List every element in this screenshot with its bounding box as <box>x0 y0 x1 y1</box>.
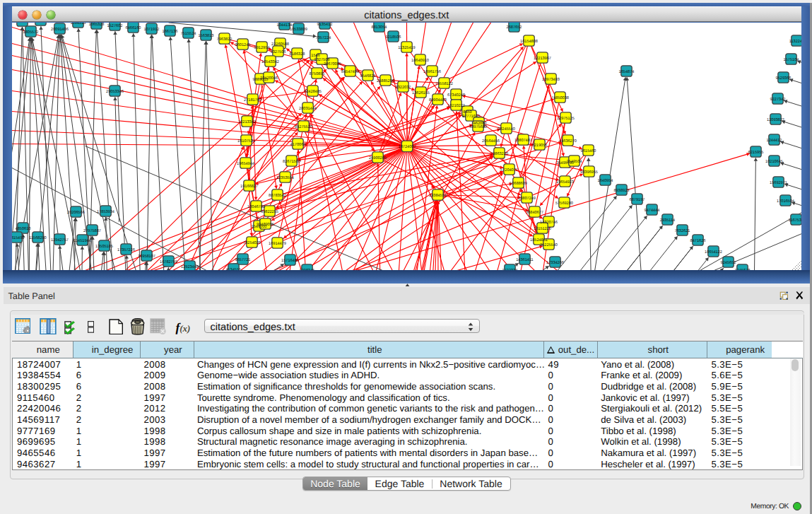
svg-text:1654874: 1654874 <box>618 69 634 74</box>
svg-text:16210222: 16210222 <box>447 103 465 107</box>
svg-text:28031444: 28031444 <box>299 106 317 110</box>
svg-text:29053346: 29053346 <box>106 89 124 93</box>
svg-text:84547499: 84547499 <box>341 69 359 74</box>
svg-text:1840761: 1840761 <box>14 23 30 24</box>
svg-text:74850038: 74850038 <box>551 95 569 100</box>
svg-text:13626155: 13626155 <box>412 90 430 95</box>
svg-text:8813054: 8813054 <box>371 25 387 29</box>
svg-text:29670085: 29670085 <box>324 62 341 66</box>
svg-text:1065328: 1065328 <box>88 23 104 27</box>
svg-text:16107534: 16107534 <box>237 139 255 143</box>
svg-text:10688609: 10688609 <box>510 181 527 185</box>
svg-text:1167538: 1167538 <box>788 218 801 222</box>
svg-text:8938923: 8938923 <box>613 188 629 192</box>
svg-text:17016504: 17016504 <box>777 199 794 203</box>
svg-text:1958414: 1958414 <box>33 23 48 23</box>
svg-text:10654122: 10654122 <box>705 250 722 254</box>
svg-text:20206566: 20206566 <box>67 210 85 214</box>
svg-text:18640910: 18640910 <box>411 58 429 62</box>
svg-text:9327506: 9327506 <box>270 49 286 54</box>
svg-text:1563813: 1563813 <box>198 33 213 37</box>
svg-text:89904483: 89904483 <box>429 98 447 102</box>
svg-text:14361411: 14361411 <box>516 257 533 262</box>
svg-text:2549504: 2549504 <box>566 159 582 163</box>
svg-text:68975680: 68975680 <box>469 124 487 129</box>
svg-text:9529366: 9529366 <box>775 76 791 80</box>
svg-text:18807249: 18807249 <box>518 196 536 200</box>
svg-text:10807487: 10807487 <box>514 138 532 142</box>
svg-text:8322037: 8322037 <box>395 85 411 89</box>
svg-text:27975887: 27975887 <box>83 228 101 233</box>
svg-text:17334266: 17334266 <box>546 260 564 264</box>
svg-text:76254020: 76254020 <box>243 240 261 245</box>
svg-text:8471626: 8471626 <box>690 238 705 243</box>
svg-text:1298345: 1298345 <box>299 268 314 270</box>
svg-text:17853934: 17853934 <box>97 209 114 214</box>
svg-text:2935114: 2935114 <box>659 218 674 222</box>
svg-text:20091406: 20091406 <box>51 27 69 31</box>
svg-text:11325419: 11325419 <box>398 45 415 49</box>
svg-text:12353594: 12353594 <box>276 175 294 180</box>
svg-text:97771690: 97771690 <box>462 114 480 118</box>
svg-text:57204077: 57204077 <box>500 168 518 172</box>
svg-text:11568290: 11568290 <box>29 235 46 240</box>
svg-text:23420046: 23420046 <box>260 76 278 80</box>
svg-text:8215955: 8215955 <box>748 150 763 154</box>
svg-text:19384554: 19384554 <box>429 193 447 197</box>
svg-text:1134555: 1134555 <box>225 267 240 270</box>
svg-text:9135412: 9135412 <box>317 23 332 27</box>
svg-text:7963822: 7963822 <box>216 37 232 41</box>
svg-text:44636270: 44636270 <box>559 139 577 143</box>
svg-text:99489055: 99489055 <box>257 222 274 226</box>
svg-text:3315491: 3315491 <box>12 235 24 240</box>
svg-text:1132245: 1132245 <box>789 39 801 43</box>
svg-text:15692971: 15692971 <box>770 180 787 185</box>
svg-text:1244412: 1244412 <box>766 138 782 142</box>
svg-text:19654923: 19654923 <box>556 180 574 184</box>
svg-text:25900285: 25900285 <box>369 156 387 160</box>
svg-text:9615460: 9615460 <box>580 148 596 153</box>
svg-text:9546821: 9546821 <box>360 74 375 78</box>
svg-text:22260588: 22260588 <box>271 42 289 46</box>
svg-text:9601245: 9601245 <box>235 42 250 47</box>
svg-text:10973493: 10973493 <box>542 77 560 81</box>
svg-text:98396955: 98396955 <box>580 170 598 174</box>
svg-text:25885200: 25885200 <box>377 78 394 83</box>
svg-text:1575104: 1575104 <box>783 57 799 62</box>
svg-text:16154808: 16154808 <box>520 39 538 43</box>
svg-text:1805572: 1805572 <box>23 30 38 34</box>
svg-text:38245540: 38245540 <box>498 127 515 131</box>
svg-text:92428485: 92428485 <box>304 89 322 93</box>
svg-text:16961756: 16961756 <box>423 69 441 74</box>
svg-text:7515524: 7515524 <box>180 31 196 35</box>
svg-text:7357224: 7357224 <box>315 35 331 40</box>
svg-text:4170064: 4170064 <box>290 142 305 146</box>
svg-text:1094313: 1094313 <box>70 23 86 25</box>
svg-text:18524851: 18524851 <box>530 238 548 242</box>
svg-text:4850610: 4850610 <box>15 226 30 230</box>
svg-text:79558122: 79558122 <box>435 81 453 86</box>
svg-text:57569280: 57569280 <box>555 201 573 205</box>
svg-text:12213967: 12213967 <box>534 56 551 60</box>
svg-text:49822255: 49822255 <box>261 209 278 214</box>
svg-text:16958107: 16958107 <box>138 254 155 258</box>
svg-text:14320746: 14320746 <box>540 220 558 224</box>
svg-text:84275520: 84275520 <box>295 124 312 129</box>
svg-text:2687652: 2687652 <box>506 25 522 29</box>
svg-text:9474444: 9474444 <box>644 208 659 212</box>
svg-text:1245678: 1245678 <box>734 268 750 270</box>
svg-text:1527602: 1527602 <box>107 23 122 28</box>
svg-text:1640954: 1640954 <box>597 178 613 182</box>
svg-text:82671500: 82671500 <box>283 159 300 163</box>
svg-text:18724007: 18724007 <box>398 144 416 148</box>
svg-text:1667136: 1667136 <box>162 29 177 33</box>
svg-text:11451944: 11451944 <box>73 238 90 243</box>
svg-text:13505185: 13505185 <box>95 244 113 248</box>
svg-text:19654944: 19654944 <box>237 161 254 165</box>
svg-text:19166827: 19166827 <box>240 184 258 188</box>
svg-text:16914479: 16914479 <box>269 241 286 245</box>
svg-text:6466160: 6466160 <box>125 25 141 30</box>
svg-text:16782759: 16782759 <box>160 259 177 264</box>
svg-text:9218506: 9218506 <box>385 35 401 39</box>
svg-text:10210645: 10210645 <box>765 159 783 163</box>
